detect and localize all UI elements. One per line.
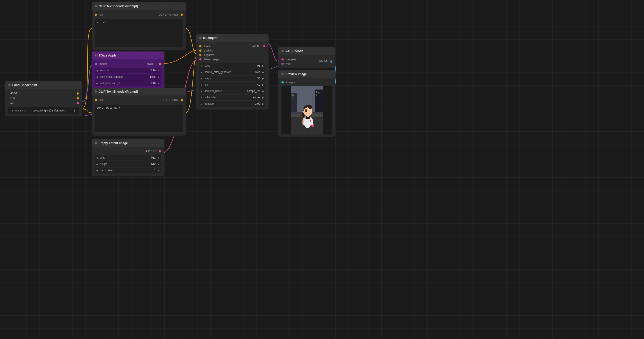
ksampler-status-dot: [199, 37, 202, 39]
clip-positive-clip-port[interactable]: [95, 13, 97, 16]
vae-image-label: IMAGE: [319, 60, 328, 63]
ksampler-cfg-left[interactable]: ◀: [199, 82, 204, 88]
empty-latent-batch-value: 1: [154, 169, 156, 172]
preview-images-label: images: [286, 81, 295, 84]
ksampler-header: KSampler: [196, 34, 268, 42]
clip-negative-cond-label: CONDITIONING: [158, 98, 178, 102]
vae-image-port[interactable]: [330, 60, 332, 63]
tgate-start-at-left[interactable]: ◀: [95, 68, 99, 73]
clip-text-positive-title: CLIP Text Encode (Prompt): [99, 4, 138, 8]
preview-images-port[interactable]: [282, 81, 284, 83]
clip-text-negative-status-dot: [95, 90, 97, 93]
ksampler-cfg-label: cfg: [204, 83, 256, 86]
checkpoint-row: ◀ ckpt_name awpainting_v12.safetensors ▶: [8, 107, 79, 114]
ckpt-label: ckpt_name: [14, 109, 26, 112]
vae-decode-title: VAE Decode: [286, 49, 303, 53]
ksampler-steps-right[interactable]: ▶: [261, 75, 266, 81]
ksampler-latent-out-label: LATENT: [251, 45, 260, 48]
model-port-dot[interactable]: [77, 92, 79, 95]
ksampler-latent-out-row: LATENT: [250, 44, 266, 48]
ksampler-sampler-left[interactable]: ◀: [199, 88, 204, 94]
empty-latent-height-left[interactable]: ◀: [95, 161, 99, 167]
tgate-model-out-port[interactable]: [159, 63, 161, 65]
load-checkpoint-header: Load Checkpoint: [5, 81, 82, 89]
empty-latent-title: Empty Latent Image: [99, 141, 128, 145]
vae-vae-port[interactable]: [282, 63, 284, 65]
ksampler-negative-port[interactable]: [199, 54, 202, 56]
vae-samples-port-row: samples: [282, 57, 298, 61]
ksampler-seed-right[interactable]: ▶: [261, 63, 266, 68]
vae-port-dot[interactable]: [77, 102, 79, 104]
ksampler-steps-label: steps: [204, 77, 257, 80]
ksampler-seed-row: ◀ seed 91 ▶: [199, 63, 266, 68]
port-row-model: MODEL: [8, 91, 79, 96]
ckpt-arrow-right[interactable]: ▶: [73, 108, 77, 113]
empty-latent-width-left[interactable]: ◀: [95, 155, 99, 161]
empty-latent-width-value: 512: [151, 156, 156, 159]
empty-latent-height-right[interactable]: ▶: [156, 161, 161, 167]
load-checkpoint-status-dot: [8, 84, 10, 86]
clip-negative-clip-port[interactable]: [95, 99, 97, 101]
tgate-only-cross-label: only_cross_attention: [99, 75, 150, 78]
svg-rect-9: [316, 94, 317, 96]
ksampler-steps-row: ◀ steps 30 ▶: [199, 75, 266, 81]
svg-rect-3: [292, 94, 292, 96]
model-port-label: MODEL: [10, 92, 19, 95]
svg-point-23: [306, 110, 307, 110]
clip-negative-clip-label: clip: [100, 98, 104, 102]
ksampler-control-after-right[interactable]: ▶: [261, 69, 266, 75]
ksampler-control-after-left[interactable]: ◀: [199, 69, 204, 75]
svg-rect-7: [316, 91, 317, 93]
vae-vae-label: vae: [286, 62, 290, 65]
ksampler-denoise-left[interactable]: ◀: [199, 101, 204, 107]
ksampler-steps-value: 30: [257, 77, 261, 80]
clip-positive-cond-port[interactable]: [180, 13, 183, 16]
empty-latent-width-right[interactable]: ▶: [156, 155, 161, 161]
clip-port-label: CLIP: [10, 97, 16, 100]
tgate-only-cross-right[interactable]: ▶: [156, 74, 161, 80]
clip-negative-cond-port[interactable]: [180, 99, 183, 101]
tgate-model-in-port[interactable]: [95, 63, 97, 65]
ksampler-latent-port[interactable]: [199, 58, 202, 60]
ksampler-seed-label: seed: [204, 64, 257, 67]
ksampler-model-port[interactable]: [199, 45, 202, 47]
ksampler-cfg-right[interactable]: ▶: [261, 82, 266, 88]
clip-port-dot[interactable]: [77, 97, 79, 99]
clip-text-positive-header: CLIP Text Encode (Prompt): [92, 2, 186, 10]
empty-latent-batch-right[interactable]: ▶: [156, 168, 161, 173]
ksampler-sampler-right[interactable]: ▶: [261, 88, 266, 94]
ksampler-positive-label: positive: [204, 49, 213, 52]
empty-latent-status-dot: [95, 142, 97, 144]
ksampler-denoise-value: 1.00: [255, 102, 261, 105]
vae-port-label: VAE: [10, 102, 15, 105]
ksampler-denoise-right[interactable]: ▶: [261, 101, 266, 107]
tgate-self-attn-right[interactable]: ▶: [156, 80, 161, 86]
clip-text-positive-status-dot: [95, 5, 97, 7]
tgate-header: TGate Apply: [92, 51, 164, 59]
tgate-only-cross-left[interactable]: ◀: [95, 74, 99, 80]
ksampler-model-port-row: model: [199, 44, 220, 48]
clip-positive-textarea[interactable]: a girl: [95, 19, 183, 47]
empty-latent-height-value: 512: [151, 162, 156, 166]
svg-point-24: [302, 111, 304, 113]
vae-decode-header: VAE Decode: [278, 47, 335, 55]
ksampler-latent-out-port[interactable]: [263, 45, 266, 47]
ksampler-scheduler-left[interactable]: ◀: [199, 95, 204, 100]
port-row-clip: CLIP: [8, 96, 79, 101]
preview-images-port-row: images: [282, 80, 332, 84]
ksampler-scheduler-right[interactable]: ▶: [261, 95, 266, 100]
tgate-start-at-right[interactable]: ▶: [156, 68, 161, 73]
clip-negative-textarea[interactable]: text, watermark: [95, 104, 183, 133]
tgate-self-attn-left[interactable]: ◀: [95, 80, 99, 86]
empty-latent-node: Empty Latent Image LATENT ◀ width 512 ▶ …: [92, 139, 164, 176]
empty-latent-width-label: width: [99, 156, 151, 159]
vae-samples-port[interactable]: [282, 58, 284, 60]
preview-image-node: Preview Image images: [278, 70, 335, 137]
empty-latent-batch-left[interactable]: ◀: [95, 168, 99, 173]
ksampler-positive-port[interactable]: [199, 49, 202, 52]
empty-latent-port[interactable]: [159, 150, 161, 152]
clip-positive-ports: clip CONDITIONING: [95, 12, 183, 17]
ksampler-seed-left[interactable]: ◀: [199, 63, 204, 68]
ksampler-steps-left[interactable]: ◀: [199, 75, 204, 81]
ckpt-arrow-left[interactable]: ◀: [10, 108, 14, 113]
